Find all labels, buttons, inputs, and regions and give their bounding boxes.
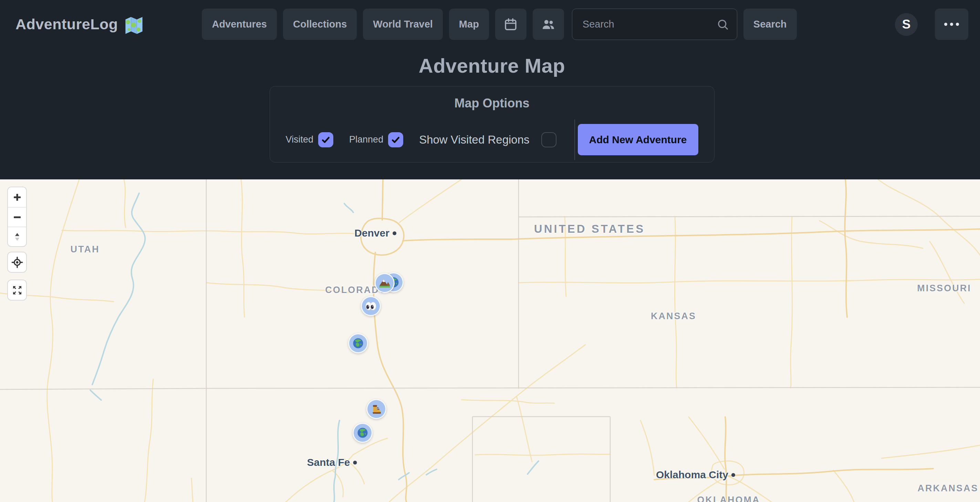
mountain-icon bbox=[379, 277, 391, 289]
map-geolocate-control bbox=[7, 252, 27, 273]
ellipsis-icon bbox=[944, 23, 959, 26]
overflow-menu-button[interactable] bbox=[935, 9, 968, 40]
globe-icon bbox=[352, 337, 364, 349]
nav-adventures-button[interactable]: Adventures bbox=[202, 9, 277, 40]
search-input[interactable] bbox=[572, 9, 737, 40]
adventure-marker-globe[interactable] bbox=[348, 333, 368, 353]
planned-toggle-label: Planned bbox=[349, 134, 383, 145]
map-options-row: Visited Planned Show Visited Regions bbox=[286, 119, 698, 160]
city-dot bbox=[731, 473, 735, 477]
map-overlays: UNITED STATESUTAHCOLORADOKANSASMISSOURIO… bbox=[0, 180, 980, 502]
map-city-label: Santa Fe bbox=[307, 456, 357, 468]
zoom-out-button[interactable] bbox=[8, 207, 26, 227]
visited-toggle-label: Visited bbox=[286, 134, 314, 145]
users-button[interactable] bbox=[533, 9, 564, 40]
app-logo[interactable]: AdventureLog bbox=[16, 14, 144, 35]
calendar-icon bbox=[503, 17, 518, 32]
map-options-toggles: Visited Planned Show Visited Regions bbox=[286, 132, 557, 147]
calendar-button[interactable] bbox=[495, 9, 527, 40]
map-city-label: Oklahoma City bbox=[656, 469, 735, 481]
map-options-title: Map Options bbox=[286, 96, 698, 111]
map-state-label: UNITED STATES bbox=[534, 222, 645, 235]
map-state-label: MISSOURI bbox=[917, 283, 971, 294]
adventure-marker-mountain[interactable] bbox=[375, 273, 395, 293]
adventure-marker-eyes[interactable] bbox=[361, 296, 381, 316]
boot-icon bbox=[370, 403, 383, 415]
city-label-text: Oklahoma City bbox=[656, 469, 728, 481]
planned-toggle[interactable]: Planned bbox=[349, 132, 403, 147]
nav-map-button[interactable]: Map bbox=[449, 9, 489, 40]
city-label-text: Santa Fe bbox=[307, 456, 350, 468]
pitch-toggle-button[interactable] bbox=[8, 227, 26, 246]
search-button[interactable]: Search bbox=[743, 9, 797, 40]
adventure-map[interactable]: UNITED STATESUTAHCOLORADOKANSASMISSOURIO… bbox=[0, 180, 980, 502]
add-new-adventure-button[interactable]: Add New Adventure bbox=[578, 124, 698, 155]
avatar-initial: S bbox=[902, 17, 911, 32]
navbar: AdventureLog Adventures Collections Worl… bbox=[16, 9, 968, 40]
planned-checkbox[interactable] bbox=[388, 132, 403, 147]
nav-world-travel-button[interactable]: World Travel bbox=[363, 9, 443, 40]
eyes-icon bbox=[365, 300, 377, 312]
map-city-label: Denver bbox=[354, 227, 396, 239]
page-title: Adventure Map bbox=[16, 54, 968, 78]
fullscreen-button[interactable] bbox=[8, 280, 26, 300]
app-header: AdventureLog Adventures Collections Worl… bbox=[0, 0, 980, 180]
map-logo-icon bbox=[124, 14, 144, 35]
zoom-in-button[interactable] bbox=[8, 187, 26, 207]
users-icon bbox=[541, 17, 555, 32]
city-dot bbox=[353, 461, 357, 464]
map-state-label: OKLAHOMA bbox=[697, 495, 760, 502]
visited-toggle[interactable]: Visited bbox=[286, 132, 334, 147]
map-fullscreen-control bbox=[7, 280, 27, 300]
app-logo-text: AdventureLog bbox=[16, 16, 118, 33]
city-dot bbox=[393, 231, 396, 235]
city-label-text: Denver bbox=[354, 227, 390, 239]
map-state-label: UTAH bbox=[71, 244, 100, 255]
show-visited-regions-toggle[interactable]: Show Visited Regions bbox=[419, 132, 556, 147]
visited-checkbox[interactable] bbox=[318, 132, 333, 147]
show-visited-regions-label: Show Visited Regions bbox=[419, 133, 529, 146]
adventure-marker-globe[interactable] bbox=[353, 423, 372, 443]
nav-right: S bbox=[895, 9, 968, 40]
adventure-marker-boot[interactable] bbox=[366, 399, 387, 419]
map-state-label: KANSAS bbox=[651, 311, 696, 322]
globe-icon bbox=[356, 427, 369, 439]
show-visited-regions-checkbox[interactable] bbox=[541, 132, 557, 147]
map-state-label: ARKANSAS bbox=[917, 483, 978, 494]
map-options-card: Map Options Visited Planned Show Visited… bbox=[270, 86, 714, 162]
nav-buttons: Adventures Collections World Travel Map bbox=[202, 9, 797, 40]
nav-collections-button[interactable]: Collections bbox=[283, 9, 357, 40]
search-box bbox=[572, 9, 737, 40]
avatar[interactable]: S bbox=[895, 13, 918, 36]
geolocate-button[interactable] bbox=[8, 253, 26, 272]
map-zoom-controls bbox=[7, 187, 27, 247]
search-icon bbox=[716, 17, 730, 31]
options-divider bbox=[574, 119, 575, 160]
